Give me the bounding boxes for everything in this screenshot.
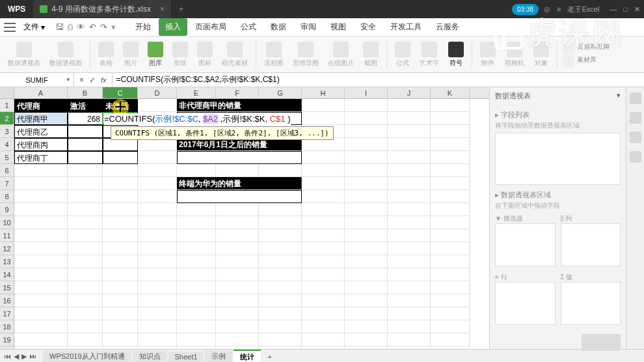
tab-view[interactable]: 视图 — [324, 18, 353, 36]
col-header[interactable]: H — [302, 87, 345, 98]
row-header[interactable]: 3 — [0, 125, 14, 138]
inline-formula-edit[interactable]: =COUNTIFS(示例!$C:$C, $A2 ,示例!$K:$K, C$1 ) — [104, 113, 291, 125]
preview-icon[interactable]: 👁 — [77, 22, 85, 32]
maximize-icon[interactable]: □ — [623, 5, 628, 14]
filter-zone[interactable] — [495, 223, 556, 266]
rail-backup-icon[interactable] — [630, 151, 641, 163]
ribbon-picture[interactable]: 图片 — [120, 40, 141, 69]
col-header[interactable]: B — [68, 87, 103, 98]
rail-tool-icon[interactable] — [630, 132, 641, 143]
tab-insert[interactable]: 插入 — [159, 18, 187, 36]
cell[interactable]: 代理商乙 — [14, 125, 68, 138]
row-header[interactable]: 4 — [0, 138, 14, 151]
ribbon-mindmap[interactable]: 思维导图 — [290, 40, 321, 69]
fx-icon[interactable]: fx — [101, 76, 107, 84]
tab-pagelayout[interactable]: 页面布局 — [189, 18, 233, 36]
col-header[interactable]: D — [138, 87, 177, 98]
save-icon[interactable]: 🖫 — [55, 22, 64, 32]
accept-formula-icon[interactable]: ✓ — [89, 76, 96, 85]
tab-data[interactable]: 数据 — [264, 18, 293, 36]
cell[interactable]: 2017年6月1日之后的销量 — [177, 138, 302, 151]
ribbon-pivot-table[interactable]: 数据透视表 — [5, 40, 43, 69]
add-tab-button[interactable]: + — [171, 5, 191, 14]
file-tab[interactable]: 4-9 用函数做多条件计数.xlsx × — [33, 0, 171, 18]
value-zone[interactable] — [561, 282, 621, 325]
cell[interactable]: 代理商甲 — [14, 112, 68, 125]
ribbon-equation[interactable]: 公式 — [392, 40, 413, 69]
tab-formula[interactable]: 公式 — [234, 18, 263, 36]
cancel-formula-icon[interactable]: × — [79, 76, 84, 85]
sheet-tab[interactable]: 知识点 — [133, 350, 167, 362]
sheet-nav-first-icon[interactable]: ⏮ — [4, 352, 11, 361]
ribbon-gallery[interactable]: 图库 — [145, 40, 166, 69]
redo-icon[interactable]: ↷ — [100, 22, 107, 32]
print-icon[interactable]: ⎙ — [68, 22, 73, 32]
tab-review[interactable]: 审阅 — [294, 18, 323, 36]
formula-input[interactable]: =COUNTIFS(示例!$C:$C,$A2,示例!$K:$K,C$1) — [113, 73, 644, 87]
spreadsheet-grid[interactable]: A B C D E F G H I J K 1 代理商 激活 未激活 非代理商甲… — [0, 87, 489, 349]
close-tab-icon[interactable]: × — [160, 5, 165, 14]
col-header[interactable]: K — [431, 87, 470, 98]
ribbon-symbol[interactable]: 符号 — [446, 40, 466, 69]
rail-format-icon[interactable] — [630, 92, 641, 104]
cell[interactable]: 268 — [68, 112, 103, 125]
ribbon-onlinepic[interactable]: 在线图片 — [325, 40, 356, 69]
cell[interactable]: 未激活 — [103, 99, 138, 112]
sheet-tab-active[interactable]: 统计 — [234, 350, 261, 362]
select-all-corner[interactable] — [0, 87, 14, 98]
col-header[interactable]: J — [388, 87, 431, 98]
tab-security[interactable]: 安全 — [354, 18, 382, 36]
sheet-tab[interactable]: Sheet1 — [168, 352, 204, 362]
screenshot-icon[interactable]: ◎ — [544, 5, 550, 14]
col-header[interactable]: E — [177, 87, 216, 98]
row-zone[interactable] — [495, 282, 556, 325]
ribbon-attachment[interactable]: 附件 — [477, 40, 498, 69]
feedback-icon[interactable]: ≡ — [557, 5, 561, 13]
undo-icon[interactable]: ↶ — [89, 22, 96, 32]
row-header[interactable]: 5 — [0, 151, 14, 164]
cell[interactable]: 代理商丁 — [14, 151, 68, 164]
field-list-zone[interactable] — [495, 133, 621, 185]
sheet-nav-prev-icon[interactable]: ◀ — [14, 352, 19, 361]
ribbon-flowchart[interactable]: 流程图 — [262, 40, 286, 69]
ribbon-pivot-chart[interactable]: 数据透视图 — [47, 40, 85, 69]
ribbon-screenshot[interactable]: 截图 — [360, 40, 381, 69]
user-label[interactable]: 老王Excel — [567, 5, 599, 14]
sheet-nav-last-icon[interactable]: ⏭ — [29, 352, 36, 361]
cell[interactable]: 代理商 — [14, 99, 68, 112]
ribbon-wordart[interactable]: 艺术字 — [417, 40, 442, 69]
ribbon-icons[interactable]: 图标 — [195, 40, 215, 69]
tab-cloud[interactable]: 云服务 — [429, 18, 466, 36]
col-header[interactable]: F — [216, 87, 259, 98]
sheet-tab[interactable]: WPS2019从入门到精通 — [43, 350, 131, 362]
col-header[interactable]: A — [14, 87, 68, 98]
rail-pivot-icon[interactable] — [630, 112, 641, 124]
cell[interactable]: 终端为华为的销量 — [177, 177, 302, 190]
ribbon-object[interactable]: 对象 — [531, 40, 552, 69]
tab-start[interactable]: 开始 — [129, 18, 157, 36]
file-menu[interactable]: 文件▾ — [23, 21, 45, 33]
minimize-icon[interactable]: — — [610, 5, 617, 14]
sheet-tab[interactable]: 示例 — [205, 350, 232, 362]
col-header[interactable]: I — [345, 87, 388, 98]
tab-devtools[interactable]: 开发工具 — [384, 18, 428, 36]
name-box[interactable]: SUMIF▼ — [0, 73, 74, 87]
cell[interactable]: 代理商丙 — [14, 138, 68, 151]
ribbon-material[interactable] — [563, 55, 574, 67]
ribbon-header-footer[interactable] — [563, 42, 574, 54]
hamburger-icon[interactable] — [4, 23, 16, 32]
side-panel-dropdown-icon[interactable]: ▾ — [617, 91, 621, 101]
cell[interactable]: 非代理商甲的销量 — [177, 99, 302, 112]
ribbon-camera[interactable]: 照相机 — [502, 40, 527, 69]
cell[interactable]: 激活 — [68, 99, 103, 112]
ribbon-table[interactable]: 表格 — [96, 40, 116, 69]
sheet-nav-next-icon[interactable]: ▶ — [21, 352, 27, 361]
column-zone[interactable] — [561, 223, 621, 266]
col-header[interactable]: G — [259, 87, 302, 98]
row-header[interactable]: 1 — [0, 99, 14, 112]
close-icon[interactable]: ✕ — [634, 5, 640, 14]
col-header[interactable]: C — [103, 87, 138, 98]
add-sheet-button[interactable]: + — [262, 353, 276, 361]
side-panel-button[interactable] — [582, 334, 621, 351]
ribbon-shapes[interactable]: 形状 — [170, 40, 191, 69]
